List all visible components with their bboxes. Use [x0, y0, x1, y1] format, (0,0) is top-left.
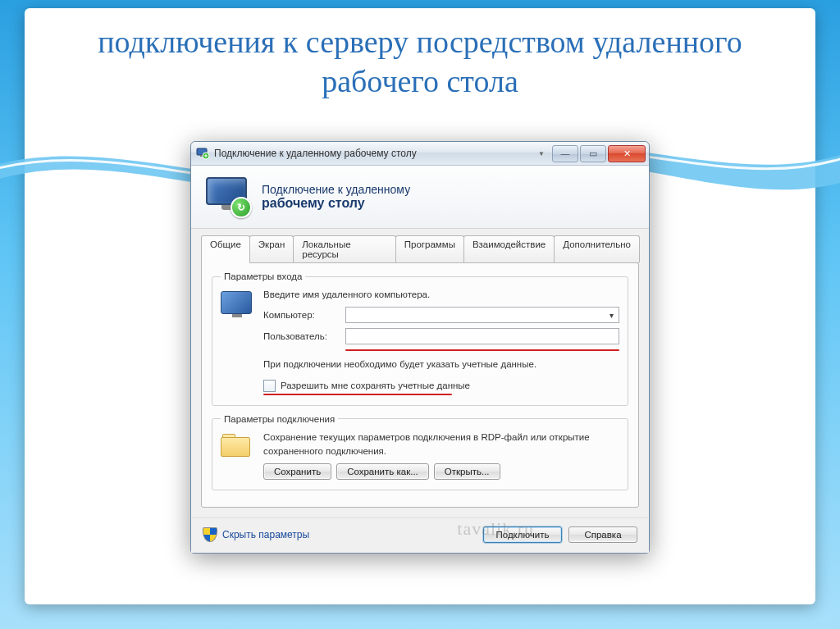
- emphasis-underline-user: [345, 349, 619, 351]
- shield-icon: [203, 527, 217, 542]
- hide-options-link[interactable]: Скрыть параметры: [203, 527, 309, 542]
- header-line2: рабочему столу: [262, 196, 410, 211]
- save-as-button[interactable]: Сохранить как...: [336, 463, 429, 480]
- slide-title: подключения к серверу посредством удален…: [25, 8, 815, 111]
- computer-combobox[interactable]: [345, 307, 619, 323]
- titlebar[interactable]: Подключение к удаленному рабочему столу …: [191, 142, 649, 166]
- tab-display[interactable]: Экран: [249, 235, 294, 262]
- minimize-button[interactable]: —: [552, 145, 578, 162]
- close-button[interactable]: ✕: [608, 145, 646, 162]
- dialog-footer: Скрыть параметры Подключить Справка: [191, 517, 649, 553]
- save-credentials-checkbox[interactable]: [263, 380, 276, 392]
- dialog-header: ↻ Подключение к удаленному рабочему стол…: [191, 166, 649, 229]
- login-params-legend: Параметры входа: [221, 271, 305, 281]
- folder-icon: [221, 431, 253, 457]
- app-icon: [196, 147, 209, 160]
- emphasis-underline-checkbox: [263, 394, 452, 395]
- tab-panel-general: Параметры входа Введите имя удаленного к…: [201, 262, 639, 508]
- window-title: Подключение к удаленному рабочему столу: [214, 148, 536, 159]
- computer-label: Компьютер:: [263, 308, 345, 322]
- login-instruction: Введите имя удаленного компьютера.: [263, 288, 619, 302]
- tab-local-resources[interactable]: Локальные ресурсы: [293, 235, 396, 262]
- tab-general[interactable]: Общие: [201, 235, 250, 263]
- connection-params-description: Сохранение текущих параметров подключени…: [263, 431, 619, 459]
- tab-advanced[interactable]: Дополнительно: [554, 235, 640, 262]
- help-button[interactable]: Справка: [568, 526, 637, 543]
- save-credentials-label: Разрешить мне сохранять учетные данные: [281, 379, 470, 393]
- computer-icon: [221, 288, 253, 317]
- connection-params-group: Параметры подключения Сохранение текущих…: [212, 414, 628, 491]
- open-button[interactable]: Открыть...: [434, 463, 500, 480]
- maximize-button[interactable]: ▭: [580, 145, 606, 162]
- tab-strip: Общие Экран Локальные ресурсы Программы …: [201, 235, 639, 263]
- connection-params-legend: Параметры подключения: [221, 414, 338, 424]
- save-button[interactable]: Сохранить: [263, 463, 331, 480]
- tab-experience[interactable]: Взаимодействие: [463, 235, 555, 262]
- header-line1: Подключение к удаленному: [262, 183, 410, 196]
- login-params-group: Параметры входа Введите имя удаленного к…: [212, 271, 628, 406]
- slide-frame: подключения к серверу посредством удален…: [25, 8, 815, 604]
- rdp-banner-icon: ↻: [206, 177, 250, 217]
- titlebar-dropdown-icon[interactable]: ▼: [536, 146, 547, 161]
- user-input[interactable]: [345, 328, 619, 344]
- tab-programs[interactable]: Программы: [395, 235, 464, 262]
- credentials-hint: При подключении необходимо будет указать…: [263, 358, 619, 371]
- hide-options-label: Скрыть параметры: [222, 529, 309, 540]
- rdp-dialog-window: Подключение к удаленному рабочему столу …: [190, 141, 650, 554]
- user-label: Пользователь:: [263, 330, 345, 344]
- connect-button[interactable]: Подключить: [483, 526, 562, 543]
